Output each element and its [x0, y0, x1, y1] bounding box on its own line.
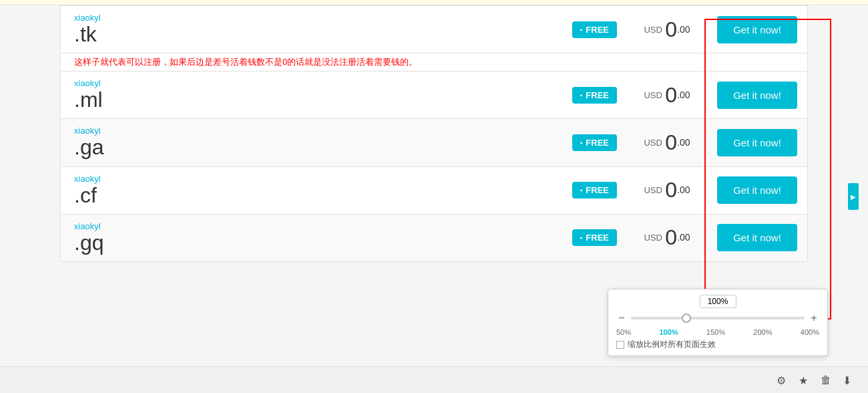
- price-cents: .00: [677, 232, 690, 243]
- zoom-input[interactable]: [700, 295, 736, 308]
- domain-tld: .ga: [74, 136, 458, 159]
- domain-badge-cell: FREE: [471, 119, 627, 166]
- bottom-bar: ⚙ ★ 🗑 ⬇: [0, 366, 868, 393]
- zoom-label-400: 400%: [801, 328, 819, 336]
- domain-tld: .gq: [74, 231, 458, 255]
- price-amount: 0: [665, 225, 677, 249]
- domain-name-cell: xiaokyl .ga: [61, 119, 471, 166]
- price-cents: .00: [677, 137, 690, 148]
- get-now-button[interactable]: Get it now!: [717, 224, 797, 251]
- price-cents: .00: [677, 89, 690, 100]
- price-usd: USD: [644, 138, 662, 148]
- domain-name-cell: xiaokyl .ml: [61, 72, 471, 119]
- top-bar: [0, 0, 868, 5]
- action-cell: Get it now!: [707, 119, 808, 166]
- price-cents: .00: [677, 184, 690, 195]
- zoom-popup[interactable]: − + 50% 100% 150% 200% 400% 缩放比例对所有页面生效: [608, 289, 828, 356]
- domain-badge-cell: FREE: [471, 6, 627, 53]
- price-usd: USD: [644, 185, 662, 195]
- domain-subdomain: xiaokyl: [74, 78, 458, 88]
- price-usd: USD: [644, 24, 662, 34]
- table-row: xiaokyl .ml FREE USD 0.00 Get it now!: [61, 72, 808, 119]
- action-cell: Get it now!: [707, 214, 808, 261]
- action-cell: Get it now!: [707, 6, 808, 53]
- price-amount: 0: [665, 178, 677, 202]
- action-cell: Get it now!: [707, 166, 808, 214]
- domain-badge-cell: FREE: [471, 214, 627, 261]
- zoom-label-200: 200%: [753, 328, 772, 336]
- price-amount: 0: [665, 130, 677, 154]
- get-now-button[interactable]: Get it now!: [717, 129, 797, 156]
- price-cents: .00: [677, 23, 690, 34]
- zoom-slider-track[interactable]: [631, 317, 805, 319]
- price-cell: USD 0.00: [627, 166, 707, 214]
- domain-table: xiaokyl .tk FREE USD 0.00 Get it now! 这样…: [60, 5, 808, 262]
- download-icon[interactable]: ⬇: [843, 374, 855, 386]
- zoom-slider-row: − +: [616, 312, 819, 324]
- get-now-button[interactable]: Get it now!: [717, 176, 797, 204]
- free-badge: FREE: [572, 134, 617, 151]
- zoom-label-150: 150%: [706, 328, 725, 336]
- delete-icon[interactable]: 🗑: [821, 374, 833, 386]
- zoom-label-50: 50%: [616, 328, 631, 336]
- free-badge: FREE: [572, 229, 617, 246]
- price-cell: USD 0.00: [627, 72, 707, 119]
- zoom-plus-icon[interactable]: +: [809, 312, 819, 324]
- domain-subdomain: xiaokyl: [74, 221, 458, 231]
- table-row: xiaokyl .ga FREE USD 0.00 Get it now!: [61, 119, 808, 166]
- domain-tld: .tk: [74, 23, 458, 46]
- favorite-icon[interactable]: ★: [799, 374, 811, 386]
- free-badge: FREE: [572, 182, 617, 199]
- table-row: xiaokyl .cf FREE USD 0.00 Get it now!: [61, 166, 808, 214]
- zoom-value-box: [616, 295, 819, 308]
- annotation-text: 这样子就代表可以注册，如果后边是差号活着钱数不是0的话就是没法注册活着需要钱的。: [61, 53, 808, 72]
- free-badge: FREE: [572, 87, 617, 104]
- zoom-labels: 50% 100% 150% 200% 400%: [616, 328, 819, 336]
- domain-subdomain: xiaokyl: [74, 13, 458, 23]
- price-amount: 0: [665, 83, 677, 107]
- zoom-checkbox-label: 缩放比例对所有页面生效: [628, 339, 716, 350]
- price-usd: USD: [644, 233, 662, 243]
- domain-subdomain: xiaokyl: [74, 174, 458, 184]
- domain-tld: .cf: [74, 184, 458, 207]
- zoom-slider-thumb[interactable]: [682, 313, 691, 323]
- zoom-checkbox-row: 缩放比例对所有页面生效: [616, 339, 819, 350]
- domain-tld: .ml: [74, 88, 458, 112]
- action-cell: Get it now!: [707, 72, 808, 119]
- domain-badge-cell: FREE: [471, 166, 627, 214]
- price-cell: USD 0.00: [627, 119, 707, 166]
- settings-icon[interactable]: ⚙: [777, 374, 789, 386]
- domain-subdomain: xiaokyl: [74, 126, 458, 136]
- price-amount: 0: [665, 17, 677, 41]
- main-content: xiaokyl .tk FREE USD 0.00 Get it now! 这样…: [0, 5, 868, 262]
- table-row: xiaokyl .gq FREE USD 0.00 Get it now!: [61, 214, 808, 261]
- zoom-minus-icon[interactable]: −: [616, 312, 627, 324]
- price-cell: USD 0.00: [627, 6, 707, 53]
- zoom-label-100: 100%: [659, 328, 678, 336]
- domain-name-cell: xiaokyl .cf: [61, 166, 471, 214]
- domain-name-cell: xiaokyl .gq: [61, 214, 471, 261]
- zoom-checkbox[interactable]: [616, 341, 624, 349]
- domain-name-cell: xiaokyl .tk: [61, 6, 471, 53]
- price-cell: USD 0.00: [627, 214, 707, 261]
- get-now-button[interactable]: Get it now!: [717, 82, 797, 109]
- annotation-row: 这样子就代表可以注册，如果后边是差号活着钱数不是0的话就是没法注册活着需要钱的。: [61, 53, 808, 72]
- get-now-button[interactable]: Get it now!: [717, 16, 797, 43]
- free-badge: FREE: [572, 21, 617, 38]
- table-row: xiaokyl .tk FREE USD 0.00 Get it now!: [61, 6, 808, 53]
- price-usd: USD: [644, 90, 662, 100]
- domain-badge-cell: FREE: [471, 72, 627, 119]
- side-scroll-btn[interactable]: ▶: [848, 183, 859, 210]
